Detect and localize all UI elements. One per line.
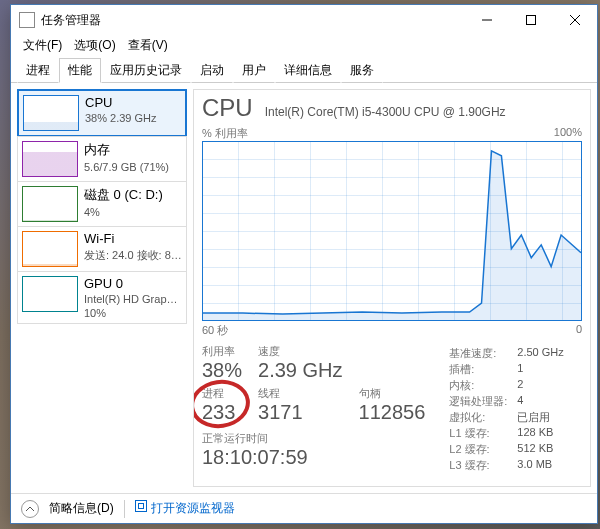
sidebar-item-disk[interactable]: 磁盘 0 (C: D:) 4% — [17, 181, 187, 227]
sidebar-disk-label: 磁盘 0 (C: D:) — [84, 186, 163, 204]
svg-rect-1 — [527, 16, 536, 25]
chevron-up-icon[interactable] — [21, 500, 39, 518]
util-label: 利用率 — [202, 344, 242, 359]
uptime-value: 18:10:07:59 — [202, 446, 425, 469]
fewer-details-link[interactable]: 简略信息(D) — [49, 500, 114, 517]
tabstrip: 进程 性能 应用历史记录 启动 用户 详细信息 服务 — [11, 59, 597, 83]
logical-label: 逻辑处理器: — [449, 394, 507, 409]
base-speed-value: 2.50 GHz — [517, 346, 563, 361]
footer: 简略信息(D) 打开资源监视器 — [11, 493, 597, 523]
performance-sidebar: CPU 38% 2.39 GHz 内存 5.6/7.9 GB (71%) 磁盘 … — [17, 89, 187, 487]
sidebar-item-cpu[interactable]: CPU 38% 2.39 GHz — [17, 89, 187, 137]
thread-label: 线程 — [258, 386, 342, 401]
cores-value: 2 — [517, 378, 563, 393]
tab-performance[interactable]: 性能 — [59, 58, 101, 83]
proc-value: 233 — [202, 401, 242, 424]
sidebar-item-memory[interactable]: 内存 5.6/7.9 GB (71%) — [17, 136, 187, 182]
disk-thumb-icon — [22, 186, 78, 222]
menu-file[interactable]: 文件(F) — [19, 37, 66, 54]
speed-label: 速度 — [258, 344, 342, 359]
virt-value: 已启用 — [517, 410, 563, 425]
base-speed-label: 基准速度: — [449, 346, 507, 361]
resource-monitor-icon — [135, 500, 147, 512]
sidebar-cpu-sub: 38% 2.39 GHz — [85, 112, 157, 124]
cpu-utilization-graph[interactable] — [202, 141, 582, 321]
app-icon — [19, 12, 35, 28]
l2-value: 512 KB — [517, 442, 563, 457]
tab-app-history[interactable]: 应用历史记录 — [101, 58, 191, 83]
sidebar-gpu-label: GPU 0 — [84, 276, 182, 291]
close-button[interactable] — [553, 5, 597, 35]
sidebar-gpu-sub2: 10% — [84, 307, 182, 319]
main-panel: CPU Intel(R) Core(TM) i5-4300U CPU @ 1.9… — [193, 89, 591, 487]
sidebar-mem-sub: 5.6/7.9 GB (71%) — [84, 161, 169, 173]
wifi-thumb-icon — [22, 231, 78, 267]
l1-label: L1 缓存: — [449, 426, 507, 441]
l1-value: 128 KB — [517, 426, 563, 441]
resmon-label: 打开资源监视器 — [151, 501, 235, 515]
main-title: CPU — [202, 94, 253, 122]
virt-label: 虚拟化: — [449, 410, 507, 425]
tab-startup[interactable]: 启动 — [191, 58, 233, 83]
graph-x-right: 0 — [576, 323, 582, 338]
sockets-label: 插槽: — [449, 362, 507, 377]
tab-processes[interactable]: 进程 — [17, 58, 59, 83]
handle-label: 句柄 — [359, 386, 426, 401]
uptime-label: 正常运行时间 — [202, 431, 425, 446]
cpu-model: Intel(R) Core(TM) i5-4300U CPU @ 1.90GHz — [265, 105, 582, 119]
sockets-value: 1 — [517, 362, 563, 377]
sidebar-cpu-label: CPU — [85, 95, 157, 110]
gpu-thumb-icon — [22, 276, 78, 312]
open-resource-monitor-link[interactable]: 打开资源监视器 — [135, 500, 235, 517]
minimize-button[interactable] — [465, 5, 509, 35]
titlebar[interactable]: 任务管理器 — [11, 5, 597, 35]
thread-value: 3171 — [258, 401, 342, 424]
svg-marker-4 — [203, 151, 581, 320]
memory-thumb-icon — [22, 141, 78, 177]
menu-options[interactable]: 选项(O) — [70, 37, 119, 54]
sidebar-mem-label: 内存 — [84, 141, 169, 159]
logical-value: 4 — [517, 394, 563, 409]
graph-x-left: 60 秒 — [202, 323, 228, 338]
cpu-thumb-icon — [23, 95, 79, 131]
menubar: 文件(F) 选项(O) 查看(V) — [11, 35, 597, 55]
speed-value: 2.39 GHz — [258, 359, 342, 382]
task-manager-window: 任务管理器 文件(F) 选项(O) 查看(V) 进程 性能 应用历史记录 启动 … — [10, 4, 598, 524]
l3-label: L3 缓存: — [449, 458, 507, 473]
tab-services[interactable]: 服务 — [341, 58, 383, 83]
sidebar-wifi-sub: 发送: 24.0 接收: 832 Kbps — [84, 248, 182, 263]
separator — [124, 500, 125, 518]
tab-users[interactable]: 用户 — [233, 58, 275, 83]
sidebar-gpu-sub: Intel(R) HD Graphics Family — [84, 293, 182, 305]
sidebar-disk-sub: 4% — [84, 206, 163, 218]
sidebar-wifi-label: Wi-Fi — [84, 231, 182, 246]
cores-label: 内核: — [449, 378, 507, 393]
graph-caption-right: 100% — [554, 126, 582, 141]
util-value: 38% — [202, 359, 242, 382]
tab-details[interactable]: 详细信息 — [275, 58, 341, 83]
maximize-button[interactable] — [509, 5, 553, 35]
menu-view[interactable]: 查看(V) — [124, 37, 172, 54]
handle-value: 112856 — [359, 401, 426, 424]
l3-value: 3.0 MB — [517, 458, 563, 473]
graph-caption-left: % 利用率 — [202, 126, 248, 141]
l2-label: L2 缓存: — [449, 442, 507, 457]
sidebar-item-gpu[interactable]: GPU 0 Intel(R) HD Graphics Family 10% — [17, 271, 187, 324]
sidebar-item-wifi[interactable]: Wi-Fi 发送: 24.0 接收: 832 Kbps — [17, 226, 187, 272]
proc-label: 进程 — [202, 386, 242, 401]
window-title: 任务管理器 — [41, 12, 465, 29]
